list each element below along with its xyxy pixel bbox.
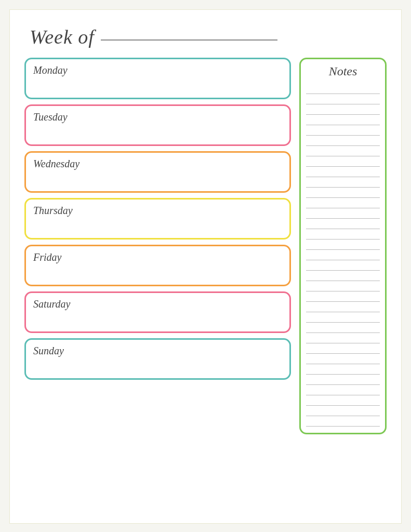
note-line — [306, 115, 380, 125]
note-line — [306, 250, 380, 260]
note-line — [306, 240, 380, 250]
note-line — [306, 281, 380, 291]
wednesday-label: Wednesday — [33, 158, 282, 170]
weekly-planner-page: Week of Monday Tuesday Wednesday Thursda… — [9, 9, 402, 524]
week-of-line — [101, 39, 277, 41]
week-of-label: Week of — [30, 26, 95, 48]
note-line — [306, 343, 380, 354]
note-line — [306, 125, 380, 136]
note-line — [306, 385, 380, 395]
note-line — [306, 188, 380, 198]
sunday-label: Sunday — [33, 345, 282, 357]
note-line — [306, 208, 380, 219]
friday-label: Friday — [33, 251, 282, 263]
notes-column[interactable]: Notes — [299, 58, 387, 434]
note-line — [306, 354, 380, 364]
note-line — [306, 146, 380, 156]
friday-box[interactable]: Friday — [24, 245, 291, 286]
note-line — [306, 416, 380, 427]
note-line — [306, 167, 380, 177]
wednesday-box[interactable]: Wednesday — [24, 151, 291, 193]
note-line — [306, 219, 380, 229]
notes-lines — [306, 84, 380, 427]
tuesday-box[interactable]: Tuesday — [24, 104, 291, 146]
note-line — [306, 177, 380, 188]
note-line — [306, 198, 380, 208]
note-line — [306, 84, 380, 94]
thursday-box[interactable]: Thursday — [24, 198, 291, 240]
note-line — [306, 375, 380, 385]
sunday-box[interactable]: Sunday — [24, 338, 291, 380]
note-line — [306, 302, 380, 312]
note-line — [306, 156, 380, 167]
note-line — [306, 104, 380, 115]
note-line — [306, 333, 380, 343]
note-line — [306, 260, 380, 271]
note-line — [306, 94, 380, 104]
tuesday-label: Tuesday — [33, 111, 282, 123]
note-line — [306, 312, 380, 323]
note-line — [306, 229, 380, 240]
monday-box[interactable]: Monday — [24, 58, 291, 99]
note-line — [306, 323, 380, 333]
days-column: Monday Tuesday Wednesday Thursday Friday… — [24, 58, 291, 380]
notes-title: Notes — [329, 64, 357, 78]
note-line — [306, 395, 380, 406]
note-line — [306, 364, 380, 375]
note-line — [306, 271, 380, 281]
main-layout: Monday Tuesday Wednesday Thursday Friday… — [24, 58, 387, 434]
monday-label: Monday — [33, 64, 282, 76]
saturday-box[interactable]: Saturday — [24, 291, 291, 333]
note-line — [306, 291, 380, 302]
saturday-label: Saturday — [33, 298, 282, 310]
header: Week of — [24, 25, 387, 48]
note-line — [306, 406, 380, 416]
note-line — [306, 136, 380, 146]
thursday-label: Thursday — [33, 205, 282, 217]
